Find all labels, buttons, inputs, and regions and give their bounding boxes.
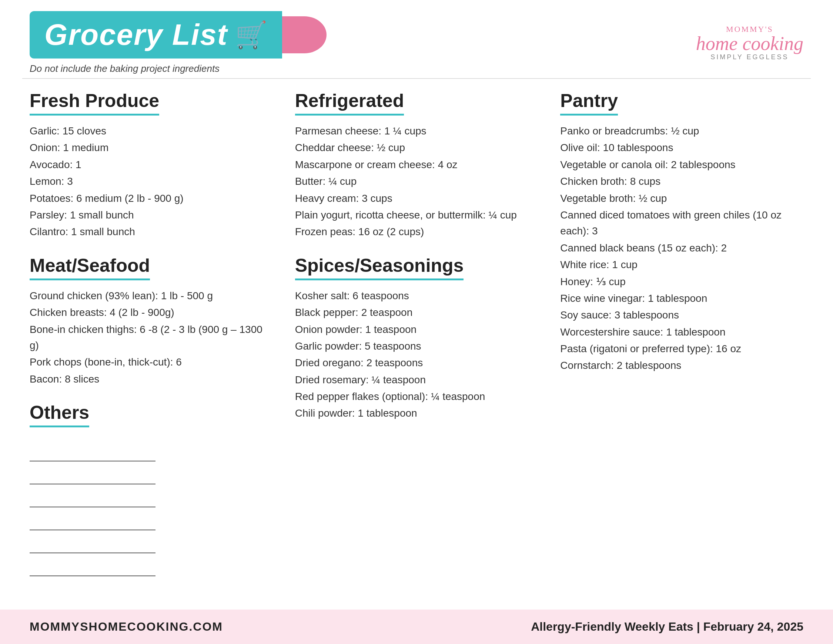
list-item: Kosher salt: 6 teaspoons	[295, 288, 538, 304]
logo-home-cooking: home cooking	[696, 34, 803, 53]
list-item: Worcestershire sauce: 1 tablespoon	[560, 324, 803, 340]
list-item: Parmesan cheese: 1 ¼ cups	[295, 123, 538, 139]
refrigerated-title: Refrigerated	[295, 90, 404, 116]
list-item: Parsley: 1 small bunch	[30, 207, 273, 223]
header: Grocery List 🛒 Do not include the baking…	[0, 0, 833, 78]
page-title: Grocery List	[44, 18, 228, 52]
list-item: Chicken broth: 8 cups	[560, 173, 803, 189]
write-line-1[interactable]	[30, 442, 156, 461]
footer-website: MOMMYSHOMECOOKING.COM	[30, 620, 223, 634]
meat-seafood-section: Meat/Seafood Ground chicken (93% lean): …	[30, 255, 273, 387]
column-3: Pantry Panko or breadcrumbs: ½ cup Olive…	[560, 90, 803, 602]
pantry-list: Panko or breadcrumbs: ½ cup Olive oil: 1…	[560, 123, 803, 374]
list-item: Cilantro: 1 small bunch	[30, 224, 273, 240]
logo-simply: SIMPLY EGGLESS	[696, 53, 803, 61]
write-line-3[interactable]	[30, 488, 156, 507]
list-item: Lemon: 3	[30, 173, 273, 189]
refrigerated-section: Refrigerated Parmesan cheese: 1 ¼ cups C…	[295, 90, 538, 240]
write-line-6[interactable]	[30, 557, 156, 576]
list-item: Pork chops (bone-in, thick-cut): 6	[30, 354, 273, 370]
refrigerated-list: Parmesan cheese: 1 ¼ cups Cheddar cheese…	[295, 123, 538, 240]
header-left: Grocery List 🛒 Do not include the baking…	[30, 11, 326, 74]
list-item: Panko or breadcrumbs: ½ cup	[560, 123, 803, 139]
write-line-4[interactable]	[30, 511, 156, 530]
others-section: Others	[30, 402, 273, 576]
spices-title: Spices/Seasonings	[295, 255, 464, 280]
meat-seafood-list: Ground chicken (93% lean): 1 lb - 500 g …	[30, 288, 273, 387]
column-2: Refrigerated Parmesan cheese: 1 ¼ cups C…	[295, 90, 538, 602]
list-item: Chili powder: 1 tablespoon	[295, 405, 538, 421]
footer: MOMMYSHOMECOOKING.COM Allergy-Friendly W…	[0, 610, 833, 644]
list-item: Dried oregano: 2 teaspoons	[295, 355, 538, 371]
list-item: White rice: 1 cup	[560, 257, 803, 272]
spices-list: Kosher salt: 6 teaspoons Black pepper: 2…	[295, 288, 538, 422]
footer-date: Allergy-Friendly Weekly Eats | February …	[531, 620, 803, 634]
page: Grocery List 🛒 Do not include the baking…	[0, 0, 833, 644]
list-item: Honey: ⅓ cup	[560, 274, 803, 290]
title-pink-accent	[282, 16, 326, 53]
list-item: Heavy cream: 3 cups	[295, 190, 538, 206]
main-content: Fresh Produce Garlic: 15 cloves Onion: 1…	[0, 79, 833, 610]
title-teal-block: Grocery List 🛒	[30, 11, 282, 58]
pantry-section: Pantry Panko or breadcrumbs: ½ cup Olive…	[560, 90, 803, 374]
list-item: Cheddar cheese: ½ cup	[295, 140, 538, 156]
list-item: Garlic: 15 cloves	[30, 123, 273, 139]
write-line-5[interactable]	[30, 534, 156, 553]
list-item: Chicken breasts: 4 (2 lb - 900g)	[30, 304, 273, 320]
list-item: Rice wine vinegar: 1 tablespoon	[560, 290, 803, 306]
list-item: Ground chicken (93% lean): 1 lb - 500 g	[30, 288, 273, 304]
meat-seafood-title: Meat/Seafood	[30, 255, 150, 280]
list-item: Avocado: 1	[30, 157, 273, 172]
list-item: Canned diced tomatoes with green chiles …	[560, 207, 803, 239]
fresh-produce-section: Fresh Produce Garlic: 15 cloves Onion: 1…	[30, 90, 273, 240]
write-line-2[interactable]	[30, 465, 156, 485]
cart-icon: 🛒	[235, 19, 267, 50]
logo-area: MOMMY'S home cooking SIMPLY EGGLESS	[696, 24, 803, 61]
list-item: Onion: 1 medium	[30, 140, 273, 156]
list-item: Cornstarch: 2 tablespoons	[560, 357, 803, 373]
list-item: Olive oil: 10 tablespoons	[560, 140, 803, 156]
fresh-produce-list: Garlic: 15 cloves Onion: 1 medium Avocad…	[30, 123, 273, 240]
subtitle: Do not include the baking project ingred…	[30, 63, 326, 74]
list-item: Mascarpone or cream cheese: 4 oz	[295, 157, 538, 172]
list-item: Pasta (rigatoni or preferred type): 16 o…	[560, 341, 803, 357]
list-item: Butter: ¼ cup	[295, 173, 538, 189]
list-item: Red pepper flakes (optional): ¼ teaspoon	[295, 388, 538, 404]
list-item: Onion powder: 1 teaspoon	[295, 322, 538, 337]
list-item: Frozen peas: 16 oz (2 cups)	[295, 224, 538, 240]
write-lines	[30, 442, 273, 576]
list-item: Vegetable broth: ½ cup	[560, 190, 803, 206]
list-item: Black pepper: 2 teaspoon	[295, 304, 538, 320]
list-item: Potatoes: 6 medium (2 lb - 900 g)	[30, 190, 273, 206]
list-item: Bone-in chicken thighs: 6 -8 (2 - 3 lb (…	[30, 322, 273, 354]
fresh-produce-title: Fresh Produce	[30, 90, 159, 116]
list-item: Vegetable or canola oil: 2 tablespoons	[560, 157, 803, 172]
column-1: Fresh Produce Garlic: 15 cloves Onion: 1…	[30, 90, 273, 602]
list-item: Soy sauce: 3 tablespoons	[560, 307, 803, 323]
others-title: Others	[30, 402, 89, 427]
list-item: Canned black beans (15 oz each): 2	[560, 240, 803, 256]
list-item: Bacon: 8 slices	[30, 371, 273, 387]
list-item: Dried rosemary: ¼ teaspoon	[295, 372, 538, 388]
title-bar: Grocery List 🛒	[30, 11, 326, 58]
list-item: Plain yogurt, ricotta cheese, or butterm…	[295, 207, 538, 223]
list-item: Garlic powder: 5 teaspoons	[295, 338, 538, 354]
pantry-title: Pantry	[560, 90, 618, 116]
spices-section: Spices/Seasonings Kosher salt: 6 teaspoo…	[295, 255, 538, 422]
